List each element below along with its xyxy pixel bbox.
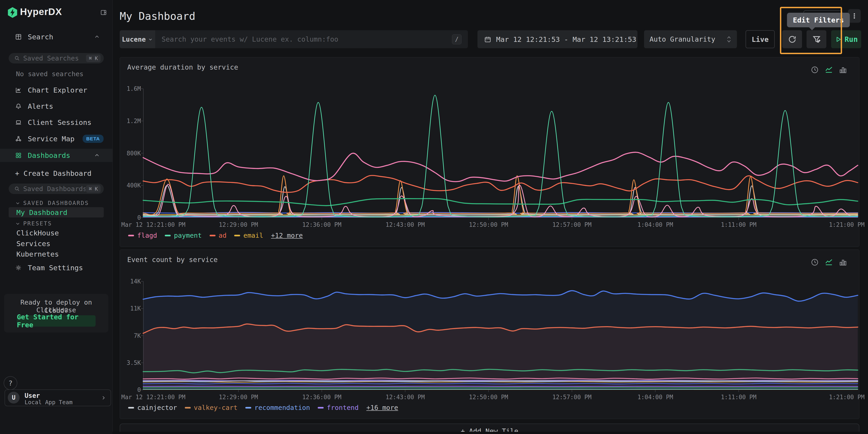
legend-label: valkey-cart: [194, 404, 238, 411]
saved-searches-search[interactable]: ⌘ K: [9, 53, 104, 63]
laptop-icon: [15, 119, 22, 126]
x-tick-label: 1:21:00 PM: [829, 221, 865, 228]
line-chart-plot[interactable]: [143, 281, 858, 390]
presets-section-header[interactable]: PRESETS: [15, 220, 52, 227]
x-tick-label: 12:57:00 PM: [552, 394, 591, 401]
chart-tile-event-count: Event count by service 03.5K7K11K14K Mar…: [120, 249, 859, 419]
saved-dashboards-section-header[interactable]: SAVED DASHBOARDS: [15, 200, 89, 206]
saved-dashboards-input[interactable]: [23, 185, 86, 193]
legend-item[interactable]: frontend: [318, 404, 359, 411]
sidebar-collapse-icon[interactable]: [100, 9, 107, 16]
x-tick-label: 1:04:00 PM: [638, 394, 673, 401]
saved-dashboards-search[interactable]: ⌘ K: [9, 183, 104, 194]
event-search-field[interactable]: /: [155, 30, 468, 48]
legend-item[interactable]: payment: [165, 232, 202, 239]
chevron-down-icon: [148, 37, 153, 42]
get-started-button[interactable]: Get Started for Free: [17, 315, 96, 327]
live-button[interactable]: Live: [746, 30, 775, 48]
sidebar-item-alerts[interactable]: Alerts: [0, 100, 113, 112]
legend-swatch: [128, 407, 134, 408]
search-icon: [14, 186, 20, 192]
granularity-value: Auto Granularity: [650, 35, 715, 43]
time-options-icon[interactable]: [810, 66, 819, 74]
legend-label: recommendation: [254, 404, 310, 411]
tooltip-text: Edit Filters: [793, 16, 844, 24]
query-language-label: Lucene: [122, 35, 146, 43]
chart-tile-average-duration: Average duration by service 0400K800K1.2…: [120, 57, 859, 247]
x-tick-label: 1:04:00 PM: [638, 221, 673, 228]
line-chart-plot[interactable]: [143, 89, 858, 218]
chevron-down-icon: [15, 200, 21, 206]
time-range-value: Mar 12 12:21:53 - Mar 12 13:21:53: [496, 35, 636, 43]
legend-item[interactable]: flagd: [128, 232, 157, 239]
time-options-icon[interactable]: [810, 258, 819, 267]
legend-swatch: [185, 407, 191, 408]
edit-filters-button[interactable]: [807, 30, 826, 48]
calendar-icon: [484, 35, 492, 43]
shortcut-badge: ⌘ K: [86, 185, 101, 193]
x-tick-label: 1:21:00 PM: [829, 394, 865, 401]
y-axis-labels: 03.5K7K11K14K: [120, 281, 141, 390]
bar-chart-icon[interactable]: [839, 66, 847, 74]
y-axis-labels: 0400K800K1.2M1.6M: [120, 89, 141, 218]
event-search-input[interactable]: [155, 35, 468, 43]
legend-item[interactable]: recommendation: [245, 404, 310, 411]
y-tick-label: 3.5K: [127, 359, 141, 366]
sidebar-item-dashboards[interactable]: Dashboards: [0, 149, 113, 162]
saved-searches-input[interactable]: [23, 54, 86, 62]
line-chart-icon[interactable]: [825, 66, 833, 74]
granularity-select[interactable]: Auto Granularity: [644, 30, 737, 48]
y-tick-label: 7K: [134, 332, 141, 339]
live-label: Live: [752, 35, 769, 43]
chevron-up-icon[interactable]: [94, 152, 100, 159]
legend-more-link[interactable]: +16 more: [366, 404, 398, 411]
tooltip-caret: [809, 27, 815, 30]
x-tick-label: 1:11:00 PM: [721, 221, 756, 228]
run-button[interactable]: Run: [831, 30, 861, 48]
sidebar-item-label: Dashboards: [28, 151, 70, 160]
user-profile-card[interactable]: U User Local App Team: [5, 390, 111, 406]
query-language-select[interactable]: Lucene: [120, 30, 155, 48]
legend-item[interactable]: email: [234, 232, 263, 239]
legend-item[interactable]: cainjector: [128, 404, 177, 411]
line-chart-icon[interactable]: [825, 258, 833, 267]
legend-swatch: [318, 407, 323, 408]
create-dashboard-button[interactable]: + Create Dashboard: [15, 169, 92, 177]
search-panel-icon: [15, 33, 22, 40]
sidebar-item-label: Alerts: [28, 102, 53, 110]
hyperdx-app: HyperDX Search ⌘ K No saved searches: [0, 0, 868, 434]
sidebar-item-service-map[interactable]: Service Map BETA: [0, 132, 113, 145]
beta-badge: BETA: [83, 135, 103, 143]
chart-legend: flagdpaymentademail+12 more: [128, 232, 303, 239]
sidebar-item-label: Service Map: [28, 135, 74, 143]
legend-more-link[interactable]: +12 more: [271, 232, 303, 239]
help-button[interactable]: ?: [4, 376, 17, 390]
legend-item[interactable]: ad: [210, 232, 227, 239]
sidebar-item-client-sessions[interactable]: Client Sessions: [0, 116, 113, 129]
gear-icon: [15, 264, 22, 271]
x-axis-labels: Mar 12 12:21:00 PM12:29:00 PM12:36:00 PM…: [143, 393, 858, 401]
chevron-up-icon[interactable]: [94, 34, 100, 40]
sidebar-item-search[interactable]: Search: [0, 31, 113, 43]
sidebar-item-chart-explorer[interactable]: Chart Explorer: [0, 84, 113, 96]
sidebar-item-team-settings[interactable]: Team Settings: [0, 261, 113, 274]
legend-label: cainjector: [137, 404, 177, 411]
play-icon: [835, 36, 842, 43]
sidebar-item-label: Chart Explorer: [28, 86, 87, 94]
y-tick-label: 1.6M: [127, 85, 141, 92]
dashboard-menu-button[interactable]: [848, 9, 861, 23]
sidebar-item-label: Team Settings: [28, 264, 83, 272]
time-range-picker[interactable]: Mar 12 12:21:53 - Mar 12 13:21:53: [477, 30, 638, 48]
sidebar-item-kubernetes[interactable]: Kubernetes: [17, 250, 59, 258]
legend-item[interactable]: valkey-cart: [185, 404, 238, 411]
bar-chart-icon[interactable]: [839, 258, 847, 267]
refresh-button[interactable]: [782, 30, 802, 48]
sidebar-item-label: Client Sessions: [28, 118, 92, 127]
x-tick-label: 12:36:00 PM: [302, 394, 341, 401]
sidebar-item-my-dashboard[interactable]: My Dashboard: [9, 207, 104, 218]
sidebar-item-clickhouse[interactable]: ClickHouse: [17, 229, 59, 237]
slash-shortcut-badge: /: [452, 34, 462, 44]
legend-swatch: [234, 235, 240, 236]
sidebar-item-services[interactable]: Services: [17, 239, 50, 248]
legend-label: flagd: [137, 232, 157, 239]
